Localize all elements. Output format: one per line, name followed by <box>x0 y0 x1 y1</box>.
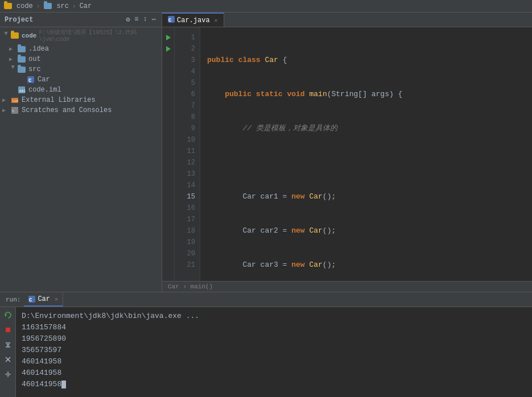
line-num-3: 3 <box>179 55 195 66</box>
sidebar-header: Project ⚙ ≡ ↕ ⋯ <box>0 13 162 27</box>
sidebar-item-external-libs[interactable]: ▶ lib External Libraries <box>0 95 162 105</box>
line-num-17: 17 <box>179 214 195 225</box>
line-num-9: 9 <box>179 123 195 134</box>
svg-text:iml: iml <box>19 89 26 93</box>
sidebar-icon-more[interactable]: ⋯ <box>151 15 157 24</box>
toolbar-rerun-btn[interactable] <box>2 309 14 321</box>
top-bar: code › src › Car <box>0 0 532 13</box>
line-num-14: 14 <box>179 180 195 191</box>
tab-car-java-icon: C <box>168 16 175 25</box>
run-button-2[interactable] <box>166 46 171 52</box>
code-path: F:\班级管理\西开【19525】\2.代码\jvm\code <box>39 28 162 43</box>
svg-text:✎: ✎ <box>12 109 14 113</box>
sidebar-title: Project <box>5 16 33 24</box>
toolbar-clear-btn[interactable] <box>2 354 14 365</box>
run-button[interactable] <box>166 35 171 40</box>
sidebar-item-code-label: code <box>22 32 36 39</box>
run-btn-line-1[interactable] <box>162 32 174 43</box>
panel-tabs: run: C Car ✕ <box>0 292 532 307</box>
svg-text:C: C <box>28 78 32 84</box>
main-area: Project ⚙ ≡ ↕ ⋯ ▶ code F:\班级管理\西开【19525】… <box>0 13 532 292</box>
line-num-18: 18 <box>179 225 195 237</box>
code-line-5: Car car1 = new Car(); <box>207 191 525 202</box>
sidebar-icon-collapse[interactable]: ≡ <box>133 15 139 24</box>
breadcrumb-text: Car › main() <box>168 283 213 290</box>
toolbar-settings-btn[interactable] <box>2 369 14 380</box>
tab-car-java[interactable]: C Car.java ✕ <box>162 13 224 27</box>
svg-marker-12 <box>5 313 7 317</box>
line-num-1: 1 <box>179 32 195 43</box>
sidebar-item-src-label: src <box>28 65 41 73</box>
breadcrumb-code[interactable]: code <box>3 2 33 10</box>
line-num-5: 5 <box>179 77 195 89</box>
car-java-icon: C <box>26 76 35 84</box>
sidebar-item-scratches-label: Scratches and Consoles <box>22 106 112 114</box>
output-line-1: D:\Environment\jdk8\jdk\bin\java.exe ... <box>22 311 526 322</box>
output-line-2: 1163157884 <box>22 322 526 333</box>
ext-libs-icon: lib <box>10 96 19 104</box>
tree-arrow-idea: ▶ <box>9 46 17 52</box>
folder-icon <box>3 2 13 10</box>
line-num-11: 11 <box>179 146 195 157</box>
sidebar-header-icons: ⚙ ≡ ↕ ⋯ <box>125 15 157 24</box>
output-line-4: 356573597 <box>22 345 526 356</box>
tree-arrow-out: ▶ <box>9 56 17 63</box>
line-num-19: 19 <box>179 237 195 248</box>
svg-text:C: C <box>168 18 172 23</box>
tab-close-icon[interactable]: ✕ <box>215 17 218 24</box>
code-line-7: Car car3 = new Car(); <box>207 259 525 271</box>
editor-breadcrumb: Car › main() <box>162 281 532 292</box>
panel-run-label: run: <box>2 296 24 303</box>
line-num-2: 2 <box>179 43 195 55</box>
toolbar-scroll-end-btn[interactable] <box>2 339 14 350</box>
code-editor[interactable]: 1 2 3 4 5 6 7 8 9 10 11 12 13 14 15 16 1… <box>162 27 532 281</box>
line-num-20: 20 <box>179 248 195 259</box>
line-num-16: 16 <box>179 202 195 214</box>
svg-text:C: C <box>29 297 32 303</box>
line-num-10: 10 <box>179 134 195 146</box>
editor-area: C Car.java ✕ 1 2 <box>162 13 532 292</box>
src-folder-icon <box>43 2 52 10</box>
sidebar-item-idea[interactable]: ▶ .idea <box>0 44 162 54</box>
out-folder-icon <box>17 55 26 63</box>
code-line-1: public class Car { <box>207 55 525 66</box>
output-line-3: 1956725890 <box>22 333 526 345</box>
tree-arrow-scratch: ▶ <box>2 107 10 114</box>
iml-icon: iml <box>17 86 26 94</box>
output-line-6: 460141958 <box>22 367 526 379</box>
tree-arrow-src: ▶ <box>10 65 17 73</box>
sidebar-item-code[interactable]: ▶ code F:\班级管理\西开【19525】\2.代码\jvm\code <box>0 27 162 44</box>
panel-tab-close[interactable]: ✕ <box>55 296 58 303</box>
sidebar-icon-settings[interactable]: ⚙ <box>125 15 131 24</box>
sidebar-icon-expand[interactable]: ↕ <box>142 15 149 24</box>
src-folder-icon2 <box>17 65 26 73</box>
output-line-7: 460141958 <box>22 379 526 390</box>
sidebar-item-car-label: Car <box>38 76 50 84</box>
run-gutter <box>162 27 175 281</box>
code-folder-icon <box>10 32 19 40</box>
sidebar-item-out[interactable]: ▶ out <box>0 54 162 64</box>
breadcrumb-sep-1: › <box>36 3 40 10</box>
sidebar-item-car[interactable]: ▶ C Car <box>0 75 162 85</box>
svg-point-18 <box>7 373 9 375</box>
run-btn-line-2[interactable] <box>162 43 174 55</box>
panel-tab-car[interactable]: C Car ✕ <box>24 293 63 307</box>
panel-content: D:\Environment\jdk8\jdk\bin\java.exe ...… <box>0 307 532 397</box>
line-num-15: 15 <box>179 191 195 202</box>
line-num-8: 8 <box>179 111 195 123</box>
sidebar-item-code-iml[interactable]: ▶ iml code.iml <box>0 85 162 95</box>
svg-rect-13 <box>6 328 10 332</box>
scratch-icon: ✎ <box>10 106 19 114</box>
line-num-6: 6 <box>179 89 195 100</box>
tree-arrow-code: ▶ <box>3 32 10 40</box>
sidebar-item-scratches[interactable]: ▶ ✎ Scratches and Consoles <box>0 105 162 115</box>
breadcrumb-car[interactable]: Car <box>80 2 92 10</box>
breadcrumb-src[interactable]: src <box>43 2 69 10</box>
code-line-4 <box>207 157 525 168</box>
toolbar-stop-btn[interactable] <box>2 324 14 336</box>
line-num-4: 4 <box>179 66 195 77</box>
code-content[interactable]: public class Car { public static void ma… <box>200 27 532 281</box>
sidebar-item-out-label: out <box>28 55 41 63</box>
sidebar: Project ⚙ ≡ ↕ ⋯ ▶ code F:\班级管理\西开【19525】… <box>0 13 162 292</box>
sidebar-item-src[interactable]: ▶ src <box>0 64 162 75</box>
